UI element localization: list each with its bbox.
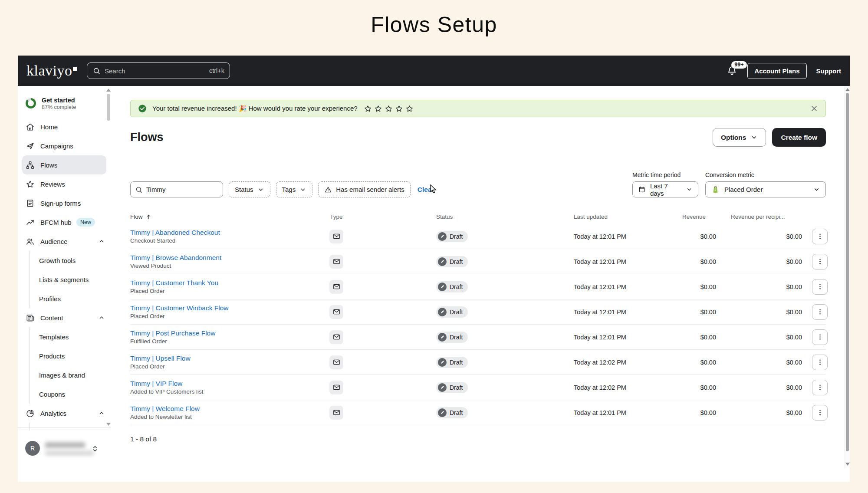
- top-navigation-bar: klaviyo ctrl+k 99+ Account Plans Support: [18, 56, 850, 86]
- revenue-per-recipient-value: $0.00: [716, 258, 803, 265]
- flow-name-link[interactable]: Timmy | Browse Abandonment: [130, 254, 317, 262]
- table-row: Timmy | Customer Winback FlowPlaced Orde…: [130, 299, 826, 325]
- sidebar-item-templates[interactable]: Templates: [30, 327, 111, 346]
- flow-name-link[interactable]: Timmy | Abandoned Checkout: [130, 229, 317, 237]
- flow-trigger: Placed Order: [130, 288, 165, 294]
- sidebar-item-products[interactable]: Products: [30, 346, 111, 365]
- global-search-input[interactable]: [105, 67, 205, 75]
- revenue-per-recipient-value: $0.00: [716, 334, 803, 341]
- sidebar-item-coupons[interactable]: Coupons: [30, 385, 111, 404]
- rating-star-icon[interactable]: [364, 105, 372, 113]
- sidebar-item-analytics[interactable]: Analytics: [18, 404, 111, 423]
- scrollbar-down-arrow[interactable]: [845, 463, 850, 466]
- notifications-button[interactable]: 99+: [727, 65, 738, 76]
- flow-name-link[interactable]: Timmy | Post Purchase Flow: [130, 329, 317, 337]
- flow-name-link[interactable]: Timmy | VIP Flow: [130, 380, 317, 388]
- sidebar-item-home[interactable]: Home: [18, 117, 111, 136]
- column-header-revenue[interactable]: Revenue: [638, 214, 716, 220]
- column-header-revenue-per-recipient[interactable]: Revenue per recipi...: [716, 214, 803, 220]
- people-icon: [26, 237, 35, 246]
- flow-trigger: Added to Newsletter list: [130, 414, 192, 420]
- scrollbar-thumb[interactable]: [107, 94, 110, 121]
- table-row: Timmy | Post Purchase FlowFulfilled Orde…: [130, 325, 826, 350]
- clear-filters-link[interactable]: Clear: [418, 186, 434, 194]
- revenue-per-recipient-value: $0.00: [716, 233, 803, 240]
- flow-search-input[interactable]: [146, 186, 207, 193]
- flow-name-link[interactable]: Timmy | Customer Winback Flow: [130, 304, 317, 312]
- row-menu-button[interactable]: [812, 329, 828, 345]
- rating-star-icon[interactable]: [385, 105, 393, 113]
- chevron-up-icon: [98, 410, 105, 417]
- row-menu-button[interactable]: [812, 355, 828, 370]
- account-plans-button[interactable]: Account Plans: [747, 63, 806, 79]
- table-row: Timmy | Browse AbandonmentViewed Product…: [130, 249, 826, 274]
- user-account-menu[interactable]: R: [18, 427, 111, 482]
- sidebar-item-profiles[interactable]: Profiles: [30, 289, 111, 308]
- pagination-status: 1 - 8 of 8: [130, 435, 826, 443]
- sidebar-item-growth-tools[interactable]: Growth tools: [30, 251, 111, 270]
- sidebar-item-bfcm-hub[interactable]: BFCM hub New: [18, 213, 111, 232]
- time-period-dropdown[interactable]: Last 7 days: [632, 181, 698, 197]
- content-icon: [26, 313, 35, 322]
- row-menu-button[interactable]: [812, 229, 828, 244]
- row-menu-button[interactable]: [812, 304, 828, 320]
- sidebar-item-content[interactable]: Content: [18, 308, 111, 327]
- rating-star-icon[interactable]: [395, 105, 403, 113]
- email-type-icon: [329, 381, 343, 394]
- flow-trigger: Placed Order: [130, 313, 165, 319]
- draft-pencil-icon: [438, 383, 447, 392]
- rating-star-icon[interactable]: [374, 105, 382, 113]
- flow-name-link[interactable]: Timmy | Welcome Flow: [130, 405, 317, 413]
- options-button[interactable]: Options: [713, 128, 766, 147]
- sort-ascending-icon: [145, 214, 152, 220]
- flow-search-box[interactable]: [130, 181, 223, 197]
- status-filter-button[interactable]: Status: [229, 181, 270, 197]
- sidebar-scrollbar[interactable]: [106, 86, 111, 427]
- email-alerts-filter-button[interactable]: Has email sender alerts: [318, 181, 411, 197]
- flow-name-link[interactable]: Timmy | Upsell Flow: [130, 355, 317, 362]
- flow-trigger: Viewed Product: [130, 263, 171, 269]
- search-shortcut-hint: ctrl+k: [209, 67, 224, 74]
- sidebar-item-label: Home: [40, 123, 58, 131]
- chevron-up-down-icon: [91, 444, 99, 453]
- last-updated-value: Today at 12:01 PM: [477, 409, 638, 416]
- sidebar-item-reviews[interactable]: Reviews: [18, 174, 111, 194]
- email-type-icon: [329, 280, 343, 294]
- scrollbar-up-arrow[interactable]: [845, 88, 850, 91]
- status-badge: Draft: [436, 281, 468, 293]
- column-header-status[interactable]: Status: [356, 214, 477, 220]
- sidebar-item-get-started[interactable]: Get started 87% complete: [18, 92, 111, 115]
- metric-time-period-label: Metric time period: [632, 171, 698, 178]
- main-scrollbar[interactable]: [845, 86, 850, 468]
- last-updated-value: Today at 12:02 PM: [477, 384, 638, 391]
- scrollbar-down-arrow[interactable]: [106, 423, 111, 426]
- create-flow-button[interactable]: Create flow: [772, 128, 826, 147]
- column-header-flow[interactable]: Flow: [130, 214, 317, 220]
- revenue-value: $0.00: [638, 334, 716, 341]
- flow-name-link[interactable]: Timmy | Customer Thank You: [130, 279, 317, 287]
- sidebar-item-campaigns[interactable]: Campaigns: [18, 136, 111, 155]
- column-header-type[interactable]: Type: [330, 214, 342, 220]
- sidebar-item-lists-segments[interactable]: Lists & segments: [30, 270, 111, 289]
- global-search-box[interactable]: ctrl+k: [87, 62, 230, 79]
- support-link[interactable]: Support: [816, 67, 842, 75]
- rating-star-icon[interactable]: [405, 105, 414, 113]
- row-menu-button[interactable]: [812, 254, 828, 270]
- klaviyo-logo[interactable]: klaviyo: [26, 62, 77, 79]
- sidebar-item-audience[interactable]: Audience: [18, 232, 111, 251]
- banner-close-button[interactable]: [810, 104, 819, 113]
- scrollbar-up-arrow[interactable]: [106, 89, 111, 92]
- sidebar-item-images-brand[interactable]: Images & brand: [30, 365, 111, 385]
- sidebar-item-flows[interactable]: Flows: [22, 155, 106, 174]
- sidebar-item-label: Growth tools: [39, 257, 76, 264]
- scrollbar-thumb[interactable]: [846, 93, 849, 451]
- email-type-icon: [329, 406, 343, 420]
- filter-controls: Status Tags Has email sender alerts Clea…: [130, 181, 434, 197]
- conversion-metric-dropdown[interactable]: Placed Order: [705, 181, 826, 197]
- column-header-last-updated[interactable]: Last updated: [477, 214, 638, 220]
- row-menu-button[interactable]: [812, 405, 828, 421]
- row-menu-button[interactable]: [812, 380, 828, 395]
- row-menu-button[interactable]: [812, 279, 828, 295]
- tags-filter-button[interactable]: Tags: [276, 181, 313, 197]
- sidebar-item-signup-forms[interactable]: Sign-up forms: [18, 194, 111, 213]
